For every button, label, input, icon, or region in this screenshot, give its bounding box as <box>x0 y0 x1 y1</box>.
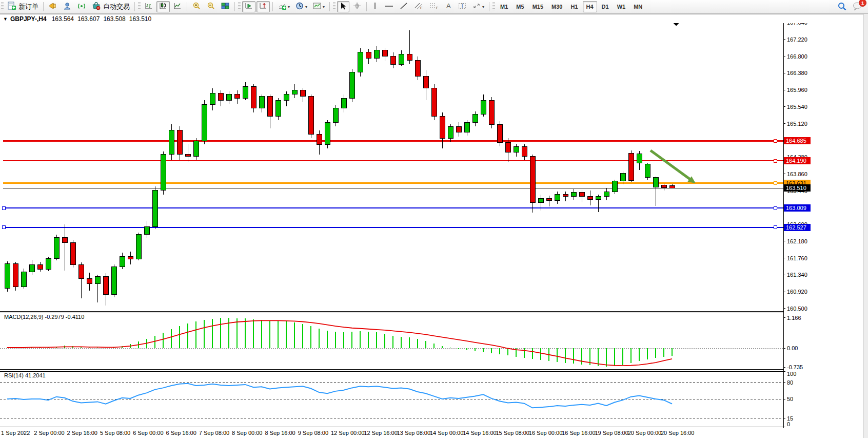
fibonacci-tool-button[interactable]: F <box>427 1 441 12</box>
svg-text:F: F <box>436 6 438 10</box>
price-line-label: 163.510 <box>786 185 806 191</box>
templates-caret-icon: ▾ <box>323 5 325 9</box>
candle-up <box>349 72 354 99</box>
chart-title-bar[interactable]: ▼ GBPJPY-,H4 163.564 163.607 163.508 163… <box>0 14 868 23</box>
candle-up <box>612 181 617 192</box>
text-tool-button[interactable]: A <box>442 1 455 12</box>
templates-button[interactable]: ▾ <box>310 1 327 12</box>
line-handle <box>774 206 777 210</box>
new-order-label: 新订单 <box>18 2 38 11</box>
svg-text:E: E <box>420 6 423 10</box>
zoom-out-button[interactable] <box>204 1 218 12</box>
timeframe-h4-button[interactable]: H4 <box>583 1 597 12</box>
macd-axis-label: -0.735 <box>787 364 803 370</box>
auto-scroll-icon <box>244 2 253 12</box>
chart-canvas[interactable]: 167.640167.220166.800166.380165.960165.5… <box>0 23 868 438</box>
price-axis: 167.640167.220166.800166.380165.960165.5… <box>783 23 807 312</box>
cursor-tool-button[interactable] <box>337 1 349 12</box>
line-chart-mode-button[interactable] <box>171 1 184 12</box>
bar-chart-mode-button[interactable] <box>142 1 155 12</box>
new-order-button[interactable]: 新订单 <box>5 1 41 12</box>
rsi-axis-label: 100 <box>787 371 796 377</box>
chart-shift-button[interactable] <box>257 1 270 12</box>
fibonacci-icon: F <box>429 2 439 12</box>
timeframe-w1-button[interactable]: W1 <box>614 1 629 12</box>
candle-down <box>522 146 527 157</box>
time-axis-label: 19 Sep 08:00 <box>595 430 628 436</box>
candle-down <box>415 60 420 76</box>
line-handle <box>774 159 777 162</box>
ohlc-high: 163.607 <box>77 15 100 23</box>
candle-up <box>481 100 486 114</box>
timeframe-m5-button[interactable]: M5 <box>512 1 527 12</box>
periods-button[interactable]: ▾ <box>293 1 309 12</box>
horizontal-line-tool-button[interactable] <box>382 1 396 12</box>
macd-axis-label: 1.166 <box>787 315 801 321</box>
candle-down <box>628 153 634 180</box>
shift-marker-icon[interactable] <box>674 23 679 26</box>
line-chart-icon <box>173 2 182 12</box>
time-axis-label: 2 Sep 16:00 <box>67 430 97 436</box>
candle-down <box>530 157 535 203</box>
price-tick-label: 160.920 <box>787 289 807 295</box>
price-line-label: 163.009 <box>786 205 806 211</box>
chart-window: ▼ GBPJPY-,H4 163.564 163.607 163.508 163… <box>0 14 868 438</box>
svg-text:A: A <box>446 2 451 10</box>
indicators-button[interactable]: ▾ <box>275 1 292 12</box>
toolbar-grip[interactable] <box>1 2 4 11</box>
auto-trading-button[interactable]: 自动交易 <box>89 1 132 12</box>
market-watch-button[interactable] <box>46 1 60 12</box>
candle-down <box>317 135 322 145</box>
candle-up <box>620 173 625 181</box>
time-axis-label: 1 Sep 2022 <box>1 430 30 436</box>
rsi-axis-label: 80 <box>787 379 793 386</box>
profile-icon-button[interactable] <box>61 1 74 12</box>
candle-up <box>144 226 149 235</box>
timeframe-h1-button[interactable]: H1 <box>567 1 581 12</box>
vertical-line-tool-button[interactable] <box>369 1 381 12</box>
time-axis: 1 Sep 20222 Sep 00:002 Sep 16:005 Sep 08… <box>1 430 694 436</box>
timeframe-d1-button[interactable]: D1 <box>598 1 613 12</box>
candle-down <box>87 278 92 283</box>
price-line-label: 164.685 <box>786 138 806 144</box>
trendline-tool-button[interactable] <box>397 1 410 12</box>
zoom-in-button[interactable] <box>190 1 203 12</box>
auto-scroll-button[interactable] <box>242 1 255 12</box>
candlestick-mode-button[interactable] <box>156 1 170 12</box>
timeframe-m30-button[interactable]: M30 <box>548 1 566 12</box>
candle-down <box>489 100 494 124</box>
time-axis-label: 12 Sep 00:00 <box>331 430 364 436</box>
text-label-tool-button[interactable]: T <box>456 1 469 12</box>
candle-down <box>103 277 108 295</box>
candle-down <box>563 195 568 197</box>
equidistant-channel-tool-button[interactable]: E <box>411 1 426 12</box>
tile-windows-button[interactable] <box>219 1 232 12</box>
rsi-axis-label: 50 <box>787 396 793 402</box>
notifications-button[interactable]: 1 <box>850 1 864 12</box>
macd-axis-label: 0.00 <box>787 345 798 351</box>
price-tick-label: 166.380 <box>787 70 807 76</box>
timeframe-mn-button[interactable]: MN <box>630 1 646 12</box>
timeframe-m1-button[interactable]: M1 <box>497 1 511 12</box>
timeframe-m15-button[interactable]: M15 <box>529 1 547 12</box>
time-axis-label: 9 Sep 08:00 <box>298 430 328 436</box>
candle-up <box>292 90 297 94</box>
signal-icon-button[interactable] <box>75 1 88 12</box>
ohlc-open: 163.564 <box>52 15 74 23</box>
price-tick-label: 167.640 <box>787 23 807 26</box>
crosshair-tool-button[interactable] <box>350 1 364 12</box>
trend-arrow[interactable] <box>650 150 692 180</box>
candle-up <box>358 52 363 72</box>
arrows-tool-button[interactable]: ▾ <box>470 1 486 12</box>
time-axis-label: 16 Sep 16:00 <box>562 430 595 436</box>
window-scroll-strip[interactable] <box>863 14 868 438</box>
time-axis-label: 7 Sep 08:00 <box>199 430 229 436</box>
candle-down <box>579 193 584 197</box>
search-button[interactable] <box>835 1 849 12</box>
macd-pane: 1.1660.00-0.735MACD(12,26,9) -0.2979 -0.… <box>0 314 803 370</box>
candle-up <box>120 257 125 267</box>
candle-down <box>218 93 223 100</box>
line-handle <box>774 226 777 229</box>
price-tick-label: 166.800 <box>787 53 807 60</box>
template-icon <box>312 2 322 12</box>
